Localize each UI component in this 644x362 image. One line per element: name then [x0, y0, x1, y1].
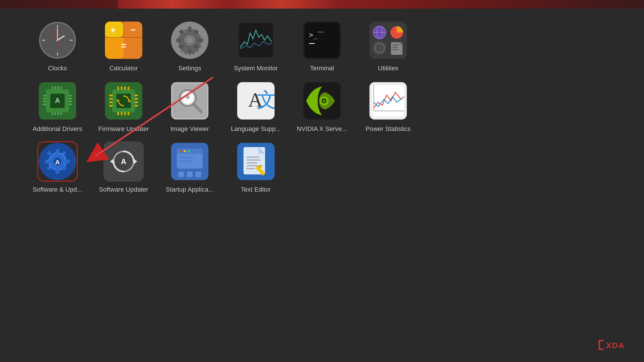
- image-viewer-label: Image Viewer: [170, 125, 209, 133]
- app-item-additional-drivers[interactable]: A Additional Drivers: [29, 81, 86, 133]
- app-item-firmware-updater[interactable]: Firmware Updater: [95, 81, 152, 133]
- xda-logo: XDA: [598, 338, 632, 353]
- top-bar: [0, 0, 644, 9]
- software-upd-icon-wrapper: A: [37, 141, 78, 182]
- app-item-calculator[interactable]: + − = Calculator: [95, 20, 152, 72]
- app-item-language-support[interactable]: A 文 Language Supp...: [227, 81, 285, 133]
- app-item-power-statistics[interactable]: Power Statistics: [359, 81, 417, 133]
- svg-rect-78: [109, 101, 113, 103]
- top-window-left: [118, 0, 227, 9]
- svg-point-47: [378, 47, 381, 49]
- app-item-software-upd[interactable]: A Software & Upd...: [29, 141, 86, 193]
- svg-rect-147: [246, 162, 257, 163]
- svg-rect-68: [52, 112, 53, 115]
- svg-rect-57: [43, 98, 46, 99]
- software-updater-icon-wrapper: A: [103, 141, 144, 182]
- svg-rect-118: [65, 160, 70, 163]
- app-item-settings[interactable]: Settings: [161, 20, 218, 72]
- svg-rect-70: [57, 112, 59, 115]
- app-item-startup[interactable]: Startup Applica...: [161, 141, 218, 193]
- svg-rect-146: [246, 159, 261, 161]
- utilities-icon-wrapper: [368, 20, 408, 60]
- svg-rect-76: [109, 95, 113, 96]
- startup-label: Startup Applica...: [166, 186, 214, 193]
- svg-rect-66: [57, 86, 59, 89]
- svg-point-133: [184, 150, 186, 152]
- svg-rect-91: [128, 112, 129, 115]
- calculator-icon-wrapper: + − =: [103, 20, 144, 60]
- svg-rect-87: [128, 86, 129, 90]
- app-item-terminal[interactable]: >_ Terminal: [293, 20, 351, 72]
- svg-rect-117: [45, 160, 50, 163]
- terminal-label: Terminal: [310, 65, 334, 72]
- app-item-software-updater[interactable]: A Software Updater: [95, 141, 152, 193]
- app-item-clocks[interactable]: Clocks: [29, 20, 86, 72]
- svg-text:A: A: [121, 157, 126, 166]
- svg-rect-35: [305, 23, 339, 57]
- top-window-center: [227, 0, 336, 9]
- clocks-label: Clocks: [48, 65, 67, 72]
- app-item-text-editor[interactable]: Text Editor: [227, 141, 285, 193]
- firmware-updater-label: Firmware Updater: [98, 125, 149, 133]
- svg-point-107: [323, 100, 325, 102]
- text-editor-label: Text Editor: [241, 186, 271, 193]
- svg-rect-58: [43, 101, 46, 102]
- svg-rect-48: [391, 42, 402, 55]
- text-editor-icon: [237, 143, 275, 180]
- startup-icon-wrapper: [170, 141, 210, 182]
- app-item-system-monitor[interactable]: System Monitor: [227, 20, 285, 72]
- system-monitor-icon-wrapper: [236, 20, 276, 60]
- svg-rect-115: [56, 149, 59, 154]
- app-grid: Clocks + − =: [29, 20, 615, 193]
- svg-point-132: [180, 150, 182, 152]
- svg-text:A: A: [55, 159, 60, 166]
- svg-rect-64: [52, 86, 53, 89]
- language-support-label: Language Supp...: [231, 125, 281, 133]
- svg-point-31: [187, 37, 193, 43]
- svg-rect-60: [69, 95, 72, 97]
- svg-point-100: [187, 96, 189, 98]
- svg-rect-63: [69, 104, 72, 105]
- svg-text:文: 文: [257, 89, 275, 111]
- svg-rect-83: [135, 105, 138, 107]
- settings-label: Settings: [178, 65, 201, 72]
- language-support-icon: A 文: [237, 82, 275, 120]
- svg-rect-65: [55, 86, 56, 89]
- app-item-utilities[interactable]: Utilities: [359, 20, 417, 72]
- svg-rect-158: [599, 348, 604, 350]
- svg-rect-136: [180, 161, 191, 162]
- calculator-icon: + − =: [105, 22, 142, 59]
- svg-rect-135: [180, 157, 194, 158]
- terminal-icon-wrapper: >_: [302, 20, 342, 60]
- nvidia-icon-wrapper: [302, 81, 342, 121]
- svg-rect-138: [187, 172, 193, 177]
- power-statistics-label: Power Statistics: [366, 125, 411, 133]
- svg-rect-61: [69, 98, 72, 99]
- svg-text:A: A: [55, 97, 60, 104]
- terminal-icon: >_: [303, 22, 341, 59]
- svg-rect-59: [43, 104, 46, 105]
- svg-rect-88: [117, 112, 119, 115]
- clocks-icon-wrapper: [37, 20, 78, 60]
- app-row-2: A Additional Drivers: [29, 81, 615, 133]
- power-statistics-icon-wrapper: [368, 81, 408, 121]
- svg-rect-156: [599, 340, 600, 350]
- image-viewer-icon: [171, 82, 208, 120]
- utilities-icon: [369, 22, 407, 59]
- utilities-label: Utilities: [378, 65, 398, 72]
- app-item-image-viewer[interactable]: Image Viewer: [161, 81, 218, 133]
- app-row-1: Clocks + − =: [29, 20, 615, 72]
- svg-rect-86: [124, 86, 126, 90]
- svg-rect-62: [69, 101, 72, 102]
- svg-rect-90: [124, 112, 126, 115]
- startup-icon: [171, 143, 208, 180]
- app-item-nvidia[interactable]: NVIDIA X Serve...: [293, 81, 351, 133]
- svg-text:−: −: [131, 25, 136, 35]
- system-monitor-label: System Monitor: [234, 65, 278, 72]
- xda-logo-svg: XDA: [598, 338, 632, 351]
- svg-rect-137: [178, 172, 184, 177]
- image-viewer-icon-wrapper: [170, 81, 210, 121]
- svg-rect-77: [109, 98, 113, 100]
- settings-icon-wrapper: [170, 20, 210, 60]
- power-statistics-icon: [369, 82, 407, 120]
